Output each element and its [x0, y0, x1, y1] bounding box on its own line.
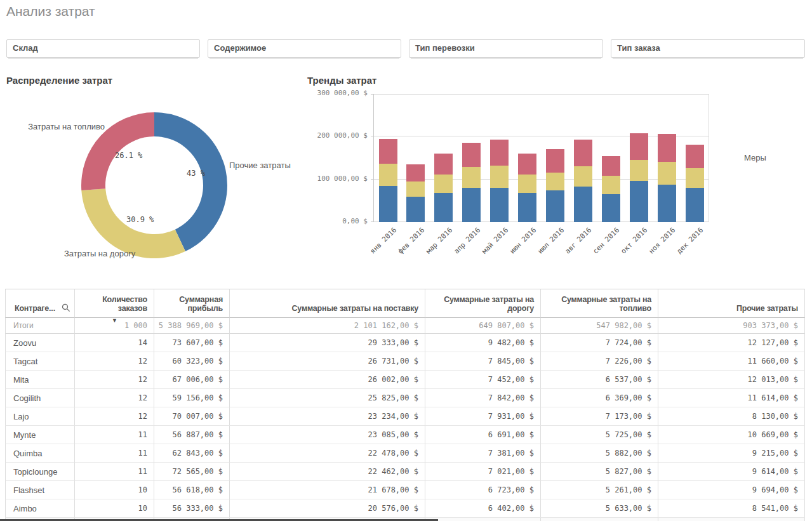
- bar-segment[interactable]: [574, 187, 592, 222]
- value-cell[interactable]: 8 541,00 $: [658, 499, 805, 518]
- value-cell[interactable]: 9 215,00 $: [658, 444, 805, 463]
- value-cell[interactable]: 72 565,00 $: [154, 463, 230, 481]
- value-cell[interactable]: 56 887,00 $: [154, 426, 230, 444]
- value-cell[interactable]: 10 669,00 $: [658, 426, 805, 444]
- value-cell[interactable]: 6 537,00 $: [541, 371, 658, 389]
- bar-segment[interactable]: [462, 188, 481, 222]
- value-cell[interactable]: 7 931,00 $: [425, 407, 541, 426]
- value-cell[interactable]: 62 843,00 $: [154, 444, 230, 463]
- column-header[interactable]: Суммарные затраты на топливо: [541, 289, 658, 318]
- bar-segment[interactable]: [630, 160, 648, 181]
- value-cell[interactable]: 12 127,00 $: [658, 334, 805, 352]
- value-cell[interactable]: 59 156,00 $: [154, 389, 230, 407]
- value-cell[interactable]: 6 369,00 $: [541, 389, 658, 407]
- value-cell[interactable]: 6 691,00 $: [425, 426, 541, 444]
- value-cell[interactable]: 11: [75, 444, 154, 463]
- value-cell[interactable]: 60 323,00 $: [154, 352, 230, 371]
- bar-segment[interactable]: [602, 156, 620, 175]
- bar-segment[interactable]: [630, 133, 648, 160]
- value-cell[interactable]: 20 576,00 $: [230, 499, 425, 518]
- value-cell[interactable]: 22 462,00 $: [230, 463, 425, 481]
- counterparty-cell[interactable]: Lajo: [5, 407, 75, 426]
- value-cell[interactable]: 9 694,00 $: [658, 481, 805, 499]
- counterparty-cell[interactable]: Topiclounge: [5, 463, 75, 481]
- search-icon[interactable]: [62, 303, 70, 312]
- value-cell[interactable]: 11 660,00 $: [658, 352, 805, 371]
- value-cell[interactable]: 7 226,00 $: [541, 352, 658, 371]
- value-cell[interactable]: 8 130,00 $: [658, 407, 805, 426]
- counterparty-cell[interactable]: Aimbo: [5, 499, 75, 518]
- value-cell[interactable]: 9 482,00 $: [425, 334, 541, 352]
- bar-segment[interactable]: [602, 194, 620, 222]
- value-cell[interactable]: 73 607,00 $: [154, 334, 230, 352]
- bar-segment[interactable]: [406, 164, 425, 181]
- bar-segment[interactable]: [658, 134, 676, 162]
- value-cell[interactable]: 26 731,00 $: [230, 352, 425, 371]
- filter-transport-type[interactable]: Тип перевозки: [409, 39, 603, 58]
- bar-segment[interactable]: [686, 168, 704, 188]
- bar-segment[interactable]: [434, 175, 453, 192]
- value-cell[interactable]: 23 234,00 $: [230, 407, 425, 426]
- value-cell[interactable]: 70 007,00 $: [154, 407, 230, 426]
- bar-segment[interactable]: [686, 188, 704, 222]
- value-cell[interactable]: 10: [75, 481, 154, 499]
- value-cell[interactable]: 5 261,00 $: [541, 481, 658, 499]
- bar-segment[interactable]: [490, 166, 509, 187]
- value-cell[interactable]: 12: [75, 352, 154, 371]
- value-cell[interactable]: 10: [75, 499, 154, 518]
- donut-segment[interactable]: [154, 112, 227, 251]
- value-cell[interactable]: 5 633,00 $: [541, 499, 658, 518]
- bar-segment[interactable]: [630, 181, 648, 222]
- value-cell[interactable]: 7 842,00 $: [425, 389, 541, 407]
- value-cell[interactable]: 7 173,00 $: [541, 407, 658, 426]
- value-cell[interactable]: 21 678,00 $: [230, 481, 425, 499]
- value-cell[interactable]: 29 333,00 $: [230, 334, 425, 352]
- value-cell[interactable]: 7 452,00 $: [425, 371, 541, 389]
- value-cell[interactable]: 12: [75, 371, 154, 389]
- bar-segment[interactable]: [658, 185, 676, 222]
- value-cell[interactable]: 5 725,00 $: [541, 426, 658, 444]
- column-header[interactable]: Контраге...: [5, 289, 75, 318]
- counterparty-cell[interactable]: Mynte: [5, 426, 75, 444]
- value-cell[interactable]: 9 614,00 $: [658, 463, 805, 481]
- counterparty-cell[interactable]: Mita: [5, 371, 75, 389]
- bar-segment[interactable]: [434, 154, 453, 175]
- bar-segment[interactable]: [379, 139, 397, 163]
- bar-segment[interactable]: [462, 143, 481, 167]
- value-cell[interactable]: 7 021,00 $: [425, 463, 541, 481]
- bar-segment[interactable]: [406, 197, 425, 222]
- bar-segment[interactable]: [658, 162, 676, 185]
- value-cell[interactable]: 11: [75, 463, 154, 481]
- bar-segment[interactable]: [490, 140, 509, 166]
- value-cell[interactable]: 12: [75, 407, 154, 426]
- bar-segment[interactable]: [462, 167, 481, 188]
- column-header[interactable]: Суммарные затраты на поставку: [230, 289, 425, 318]
- counterparty-cell[interactable]: Tagcat: [5, 352, 75, 371]
- bar-segment[interactable]: [574, 140, 592, 166]
- bar-segment[interactable]: [518, 175, 536, 193]
- bar-segment[interactable]: [602, 176, 620, 194]
- value-cell[interactable]: 56 618,00 $: [154, 481, 230, 499]
- value-cell[interactable]: 25 825,00 $: [230, 389, 425, 407]
- value-cell[interactable]: 11 614,00 $: [658, 389, 805, 407]
- value-cell[interactable]: 26 002,00 $: [230, 371, 425, 389]
- value-cell[interactable]: 11: [75, 426, 154, 444]
- counterparty-cell[interactable]: Zoovu: [5, 334, 75, 352]
- column-header[interactable]: Количество заказов: [75, 289, 154, 318]
- counterparty-cell[interactable]: Quimba: [5, 444, 75, 463]
- value-cell[interactable]: 12 013,00 $: [658, 371, 805, 389]
- bar-segment[interactable]: [686, 145, 704, 168]
- value-cell[interactable]: 6 723,00 $: [425, 481, 541, 499]
- value-cell[interactable]: 7 845,00 $: [425, 352, 541, 371]
- value-cell[interactable]: 7 724,00 $: [541, 334, 658, 352]
- value-cell[interactable]: 5 882,00 $: [541, 444, 658, 463]
- counterparty-cell[interactable]: Flashset: [5, 481, 75, 499]
- bar-segment[interactable]: [546, 173, 564, 190]
- bar-segment[interactable]: [546, 190, 564, 223]
- value-cell[interactable]: 56 333,00 $: [154, 499, 230, 518]
- value-cell[interactable]: 67 006,00 $: [154, 371, 230, 389]
- value-cell[interactable]: 22 478,00 $: [230, 444, 425, 463]
- column-header[interactable]: Суммарная прибыль: [154, 289, 230, 318]
- bar-segment[interactable]: [434, 193, 453, 223]
- filter-warehouse[interactable]: Склад: [6, 39, 200, 58]
